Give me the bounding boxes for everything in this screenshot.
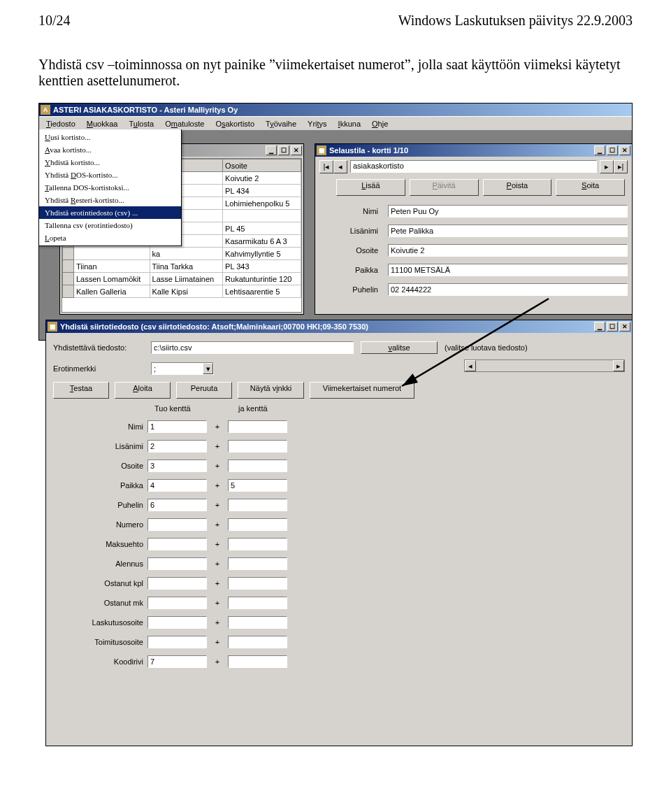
close-icon[interactable] [291, 145, 302, 155]
menu-omatuloste[interactable]: Omatuloste [159, 118, 210, 129]
field-a-input[interactable] [147, 616, 207, 629]
cell[interactable]: ka [150, 248, 223, 260]
cell[interactable]: Tiina Tarkka [150, 260, 223, 273]
field-a-input[interactable] [147, 479, 207, 492]
menu-muokkaa[interactable]: Muokkaa [81, 118, 124, 129]
field-a-input[interactable] [147, 597, 207, 609]
row-header[interactable] [63, 260, 74, 273]
field-a-input[interactable] [147, 655, 207, 668]
cell[interactable]: PL 434 [223, 185, 301, 197]
puhelin-field[interactable] [388, 283, 628, 296]
cell[interactable]: Rukatunturintie 120 [223, 273, 301, 285]
cell[interactable]: Lehtisaarentie 5 [223, 285, 301, 298]
menuitem[interactable]: Uusi kortisto... [39, 131, 181, 143]
sep-dropdown-button[interactable]: ▾ [203, 363, 213, 374]
scroll-right-button[interactable]: ▸ [613, 360, 624, 371]
menu-tiedosto[interactable]: Tiedosto [41, 118, 81, 129]
menuitem[interactable]: Yhdistä DOS-kortisto... [39, 169, 181, 181]
soita-button[interactable]: Soita [556, 179, 625, 196]
näytä-vinkki-button[interactable]: Näytä vinkki [238, 382, 304, 399]
cell[interactable]: Tiinan [74, 260, 150, 273]
field-b-input[interactable] [228, 479, 287, 492]
maximize-icon[interactable] [278, 145, 289, 155]
aloita-button[interactable]: Aloita [115, 382, 171, 399]
cell[interactable]: Kasarmikatu 6 A 3 [223, 235, 301, 248]
field-a-input[interactable] [147, 460, 207, 472]
menuitem[interactable]: Avaa kortisto... [39, 143, 181, 156]
menu-ohje[interactable]: Ohje [366, 118, 394, 129]
menu-yritys[interactable]: Yritys [302, 118, 333, 129]
file-menu[interactable]: Uusi kortisto...Avaa kortisto...Yhdistä … [38, 129, 182, 246]
päivitä-button[interactable]: Päivitä [410, 179, 479, 196]
osoite-field[interactable] [388, 244, 628, 257]
nimi-field[interactable] [388, 205, 628, 218]
field-a-input[interactable] [147, 538, 207, 550]
main-menubar[interactable]: TiedostoMuokkaaTulostaOmatulosteOsakorti… [39, 116, 632, 130]
field-b-input[interactable] [228, 440, 287, 453]
field-b-input[interactable] [228, 597, 287, 609]
cell[interactable] [223, 210, 301, 222]
field-a-input[interactable] [147, 499, 207, 511]
choose-file-button[interactable]: valitse [361, 341, 438, 354]
column-header[interactable]: Osoite [223, 159, 301, 172]
field-b-input[interactable] [228, 655, 287, 668]
cell[interactable]: Kalle Kipsi [150, 285, 223, 298]
first-record-button[interactable]: |◂ [319, 160, 333, 173]
field-b-input[interactable] [228, 616, 287, 629]
lisänimi-field[interactable] [388, 225, 628, 237]
row-header[interactable] [63, 273, 74, 285]
field-a-input[interactable] [147, 440, 207, 453]
cell[interactable]: PL 343 [223, 260, 301, 273]
last-record-button[interactable]: ▸| [614, 160, 628, 173]
cell[interactable]: Kallen Galleria [74, 285, 150, 298]
file-input[interactable] [151, 341, 354, 354]
menu-ikkuna[interactable]: Ikkuna [333, 118, 366, 129]
minimize-icon[interactable] [594, 145, 605, 155]
field-b-input[interactable] [228, 420, 287, 433]
viimekertaiset-numerot-button[interactable]: Viimekertaiset numerot [310, 382, 414, 399]
row-header[interactable] [63, 248, 74, 260]
menuitem[interactable]: Tallenna csv (erotintiedosto) [39, 219, 181, 232]
close-icon[interactable] [619, 322, 630, 332]
field-a-input[interactable] [147, 557, 207, 570]
menuitem[interactable]: Tallenna DOS-kortistoksi... [39, 181, 181, 194]
field-b-input[interactable] [228, 460, 287, 472]
prev-record-button[interactable]: ◂ [333, 160, 347, 173]
lisää-button[interactable]: Lisää [336, 179, 405, 196]
maximize-icon[interactable] [607, 322, 618, 332]
cell[interactable]: Lohimiehenpolku 5 [223, 197, 301, 210]
menuitem[interactable]: Yhdistä kortisto... [39, 156, 181, 169]
poista-button[interactable]: Poista [483, 179, 552, 196]
cell[interactable]: Lasse Liimatainen [150, 273, 223, 285]
menuitem[interactable]: Yhdistä Resteri-kortisto... [39, 194, 181, 206]
testaa-button[interactable]: Testaa [53, 382, 109, 399]
menu-työvaihe[interactable]: Työvaihe [260, 118, 302, 129]
field-a-input[interactable] [147, 420, 207, 433]
scroll-left-button[interactable]: ◂ [465, 360, 476, 371]
maximize-icon[interactable] [607, 145, 618, 155]
field-a-input[interactable] [147, 577, 207, 590]
menu-tulosta[interactable]: Tulosta [123, 118, 159, 129]
cell[interactable]: PL 45 [223, 222, 301, 235]
cell[interactable]: Koivutie 2 [223, 172, 301, 185]
field-b-input[interactable] [228, 518, 287, 531]
next-record-button[interactable]: ▸ [600, 160, 614, 173]
cell[interactable] [74, 248, 150, 260]
menuitem[interactable]: Yhdistä erotintiedosto (csv) ... [39, 206, 181, 219]
field-b-input[interactable] [228, 636, 287, 648]
menu-osakortisto[interactable]: Osakortisto [210, 118, 260, 129]
cell[interactable]: Lassen Lomamökit [74, 273, 150, 285]
row-header[interactable] [63, 285, 74, 298]
field-b-input[interactable] [228, 538, 287, 550]
close-icon[interactable] [619, 145, 630, 155]
peruuta-button[interactable]: Peruuta [176, 382, 232, 399]
field-b-input[interactable] [228, 557, 287, 570]
field-b-input[interactable] [228, 577, 287, 590]
field-b-input[interactable] [228, 499, 287, 511]
minimize-icon[interactable] [266, 145, 277, 155]
minimize-icon[interactable] [594, 322, 605, 332]
field-a-input[interactable] [147, 518, 207, 531]
field-a-input[interactable] [147, 636, 207, 648]
menuitem[interactable]: Lopeta [39, 232, 181, 244]
cell[interactable]: Kahvimyllyntie 5 [223, 248, 301, 260]
